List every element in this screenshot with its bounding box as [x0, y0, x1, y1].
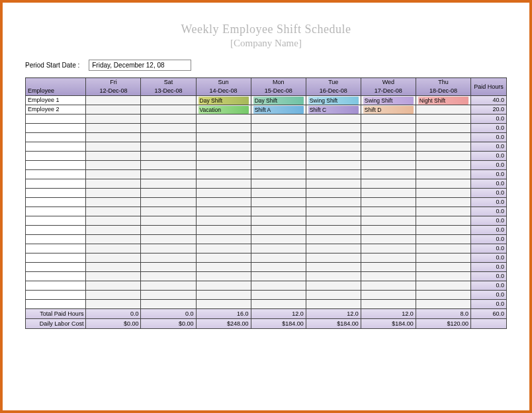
employee-cell[interactable]: [26, 272, 86, 281]
employee-cell[interactable]: [26, 152, 86, 161]
shift-cell[interactable]: [141, 133, 196, 142]
shift-cell[interactable]: [86, 189, 141, 198]
employee-cell[interactable]: Employee 1: [26, 96, 86, 105]
shift-cell[interactable]: [306, 198, 361, 207]
shift-cell[interactable]: [416, 170, 470, 179]
shift-cell[interactable]: [416, 179, 470, 189]
shift-cell[interactable]: [251, 207, 306, 216]
shift-cell[interactable]: [86, 179, 141, 189]
shift-cell[interactable]: [416, 161, 470, 170]
shift-cell[interactable]: [306, 115, 361, 124]
shift-cell[interactable]: [86, 124, 141, 133]
shift-cell[interactable]: [86, 105, 141, 115]
shift-cell[interactable]: [306, 272, 361, 281]
shift-cell[interactable]: [141, 189, 196, 198]
shift-cell[interactable]: [86, 253, 141, 263]
shift-cell[interactable]: [141, 253, 196, 263]
shift-cell[interactable]: [361, 115, 416, 124]
shift-cell[interactable]: [361, 152, 416, 161]
employee-cell[interactable]: [26, 216, 86, 226]
shift-cell[interactable]: [361, 244, 416, 253]
shift-cell[interactable]: [141, 115, 196, 124]
employee-cell[interactable]: [26, 207, 86, 216]
shift-cell[interactable]: [416, 216, 470, 226]
shift-cell[interactable]: [196, 170, 251, 179]
shift-cell[interactable]: [141, 105, 196, 115]
shift-cell[interactable]: [251, 124, 306, 133]
shift-cell[interactable]: [141, 216, 196, 226]
shift-cell[interactable]: [306, 170, 361, 179]
shift-cell[interactable]: [416, 133, 470, 142]
shift-cell[interactable]: [306, 133, 361, 142]
shift-cell[interactable]: Swing Shift: [361, 96, 416, 105]
shift-cell[interactable]: [416, 235, 470, 244]
shift-cell[interactable]: [86, 244, 141, 253]
shift-cell[interactable]: [251, 198, 306, 207]
shift-cell[interactable]: [416, 105, 470, 115]
shift-cell[interactable]: [86, 216, 141, 226]
shift-cell[interactable]: [196, 179, 251, 189]
shift-cell[interactable]: [141, 179, 196, 189]
shift-cell[interactable]: [141, 96, 196, 105]
shift-cell[interactable]: [251, 226, 306, 235]
shift-cell[interactable]: [86, 96, 141, 105]
shift-cell[interactable]: [141, 124, 196, 133]
shift-cell[interactable]: [141, 198, 196, 207]
shift-cell[interactable]: [86, 300, 141, 309]
shift-cell[interactable]: [361, 272, 416, 281]
shift-cell[interactable]: [416, 226, 470, 235]
shift-cell[interactable]: [306, 207, 361, 216]
shift-cell[interactable]: [196, 263, 251, 272]
employee-cell[interactable]: [26, 253, 86, 263]
shift-cell[interactable]: [251, 263, 306, 272]
shift-cell[interactable]: [306, 253, 361, 263]
employee-cell[interactable]: [26, 179, 86, 189]
shift-cell[interactable]: [86, 161, 141, 170]
shift-cell[interactable]: [251, 300, 306, 309]
shift-cell[interactable]: [361, 300, 416, 309]
shift-cell[interactable]: [416, 300, 470, 309]
shift-cell[interactable]: [361, 142, 416, 152]
shift-cell[interactable]: [196, 281, 251, 291]
shift-cell[interactable]: [86, 226, 141, 235]
shift-cell[interactable]: [361, 124, 416, 133]
employee-cell[interactable]: [26, 263, 86, 272]
shift-cell[interactable]: [306, 179, 361, 189]
shift-cell[interactable]: [416, 142, 470, 152]
shift-cell[interactable]: Vacation: [196, 105, 251, 115]
shift-cell[interactable]: [416, 253, 470, 263]
shift-cell[interactable]: [306, 189, 361, 198]
shift-cell[interactable]: [306, 142, 361, 152]
shift-cell[interactable]: [306, 281, 361, 291]
shift-cell[interactable]: Shift D: [361, 105, 416, 115]
shift-cell[interactable]: [141, 300, 196, 309]
shift-cell[interactable]: [196, 291, 251, 300]
shift-cell[interactable]: [306, 300, 361, 309]
shift-cell[interactable]: [416, 291, 470, 300]
shift-cell[interactable]: [196, 244, 251, 253]
shift-cell[interactable]: [251, 152, 306, 161]
shift-cell[interactable]: [361, 170, 416, 179]
shift-cell[interactable]: [361, 235, 416, 244]
shift-cell[interactable]: [251, 281, 306, 291]
shift-cell[interactable]: [86, 152, 141, 161]
shift-cell[interactable]: Shift C: [306, 105, 361, 115]
employee-cell[interactable]: [26, 170, 86, 179]
shift-cell[interactable]: [251, 115, 306, 124]
shift-cell[interactable]: [196, 207, 251, 216]
shift-cell[interactable]: [306, 161, 361, 170]
employee-cell[interactable]: [26, 133, 86, 142]
shift-cell[interactable]: [196, 198, 251, 207]
shift-cell[interactable]: [196, 189, 251, 198]
shift-cell[interactable]: [196, 272, 251, 281]
shift-cell[interactable]: [141, 152, 196, 161]
shift-cell[interactable]: [416, 152, 470, 161]
shift-cell[interactable]: [361, 281, 416, 291]
employee-cell[interactable]: [26, 235, 86, 244]
shift-cell[interactable]: [86, 115, 141, 124]
shift-cell[interactable]: Shift A: [251, 105, 306, 115]
shift-cell[interactable]: [196, 152, 251, 161]
shift-cell[interactable]: [306, 152, 361, 161]
shift-cell[interactable]: [196, 142, 251, 152]
shift-cell[interactable]: [141, 142, 196, 152]
